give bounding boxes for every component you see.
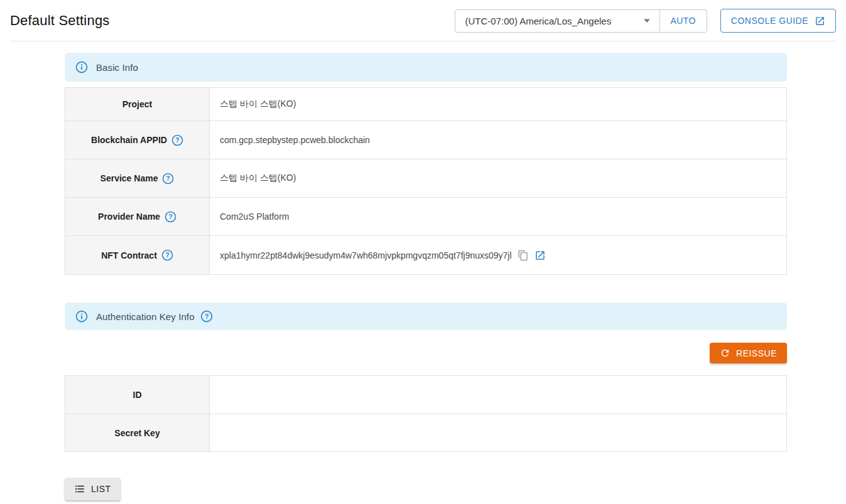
- list-icon: [74, 483, 85, 495]
- reissue-row: REISSUE: [65, 343, 787, 363]
- console-guide-label: CONSOLE GUIDE: [731, 16, 808, 26]
- auth-key-table: ID Secret Key: [65, 375, 787, 452]
- svg-text:?: ?: [204, 313, 209, 320]
- row-value: 스텝 바이 스텝(KO): [220, 173, 296, 183]
- page-header: Default Settings (UTC-07:00) America/Los…: [0, 0, 846, 41]
- info-icon: [75, 310, 88, 323]
- row-label-cell: Secret Key: [65, 414, 210, 452]
- help-icon[interactable]: ?: [165, 211, 176, 223]
- row-value: Com2uS Platform: [220, 212, 289, 222]
- basic-info-title: Basic Info: [96, 62, 138, 73]
- timezone-box: (UTC-07:00) America/Los_Angeles AUTO: [455, 9, 707, 33]
- basic-info-table: Project 스텝 바이 스텝(KO) Blockchain APPID ?: [65, 87, 787, 275]
- table-row: Provider Name ? Com2uS Platform: [65, 198, 787, 236]
- reissue-button[interactable]: REISSUE: [710, 343, 787, 363]
- help-icon[interactable]: ?: [161, 249, 173, 261]
- row-value: com.gcp.stepbystep.pcweb.blockchain: [220, 135, 370, 145]
- table-row: Service Name ? 스텝 바이 스텝(KO): [65, 159, 787, 198]
- main-content: Basic Info Project 스텝 바이 스텝(KO) Blockcha…: [65, 53, 787, 504]
- row-value-cell: com.gcp.stepbystep.pcweb.blockchain: [210, 121, 787, 159]
- header-divider: [10, 41, 836, 41]
- chevron-down-icon: [643, 18, 651, 23]
- row-value-cell: 스텝 바이 스텝(KO): [210, 88, 787, 121]
- table-row: ID: [65, 376, 787, 414]
- row-value-cell: [210, 414, 787, 452]
- list-button[interactable]: LIST: [65, 478, 121, 500]
- row-label: Secret Key: [114, 428, 160, 438]
- row-label: Service Name: [100, 173, 158, 183]
- info-icon: [75, 61, 88, 73]
- row-value-cell: Com2uS Platform: [210, 198, 787, 236]
- row-label: Blockchain APPID: [91, 135, 167, 145]
- row-label-cell: NFT Contract ?: [65, 236, 210, 275]
- page-title: Default Settings: [10, 13, 110, 29]
- basic-info-header: Basic Info: [65, 53, 787, 82]
- header-controls: (UTC-07:00) America/Los_Angeles AUTO CON…: [455, 9, 836, 33]
- timezone-value: (UTC-07:00) America/Los_Angeles: [465, 16, 612, 26]
- table-row: Blockchain APPID ? com.gcp.stepbystep.pc…: [65, 121, 787, 159]
- row-value: 스텝 바이 스텝(KO): [220, 99, 296, 109]
- row-label-cell: Project: [65, 88, 210, 121]
- auto-button[interactable]: AUTO: [660, 10, 707, 32]
- row-label-cell: Blockchain APPID ?: [65, 121, 210, 159]
- row-label-cell: Service Name ?: [65, 159, 210, 198]
- timezone-select[interactable]: (UTC-07:00) America/Los_Angeles: [455, 10, 659, 32]
- table-row: NFT Contract ? xpla1hymr22pt84dwkj9esudy…: [65, 236, 787, 275]
- reissue-label: REISSUE: [736, 348, 777, 358]
- row-value-cell: [210, 376, 787, 414]
- row-label: Project: [122, 99, 152, 109]
- help-icon[interactable]: ?: [200, 310, 213, 323]
- copy-icon[interactable]: [518, 250, 529, 261]
- row-label: NFT Contract: [101, 250, 157, 260]
- svg-text:?: ?: [165, 252, 169, 259]
- row-label: Provider Name: [98, 212, 160, 222]
- svg-text:?: ?: [166, 175, 170, 182]
- row-value-cell: 스텝 바이 스텝(KO): [210, 159, 787, 198]
- help-icon[interactable]: ?: [162, 173, 174, 185]
- help-icon[interactable]: ?: [171, 134, 183, 146]
- auth-key-info-header: Authentication Key Info ?: [65, 303, 787, 330]
- auth-key-info-title: Authentication Key Info: [96, 311, 195, 322]
- table-row: Project 스텝 바이 스텝(KO): [65, 88, 787, 121]
- console-guide-button[interactable]: CONSOLE GUIDE: [720, 9, 836, 33]
- svg-text:?: ?: [175, 137, 179, 144]
- external-link-icon: [815, 16, 825, 26]
- row-value-cell: xpla1hymr22pt84dwkj9esudym4w7wh68mjvpkpm…: [210, 236, 787, 275]
- row-label: ID: [133, 390, 142, 400]
- row-label-cell: Provider Name ?: [65, 198, 210, 236]
- refresh-icon: [720, 348, 730, 358]
- external-link-icon[interactable]: [534, 250, 546, 261]
- nft-contract-value: xpla1hymr22pt84dwkj9esudym4w7wh68mjvpkpm…: [220, 250, 512, 260]
- svg-text:?: ?: [168, 213, 172, 220]
- row-label-cell: ID: [65, 376, 210, 414]
- table-row: Secret Key: [65, 414, 787, 452]
- list-label: LIST: [91, 484, 111, 494]
